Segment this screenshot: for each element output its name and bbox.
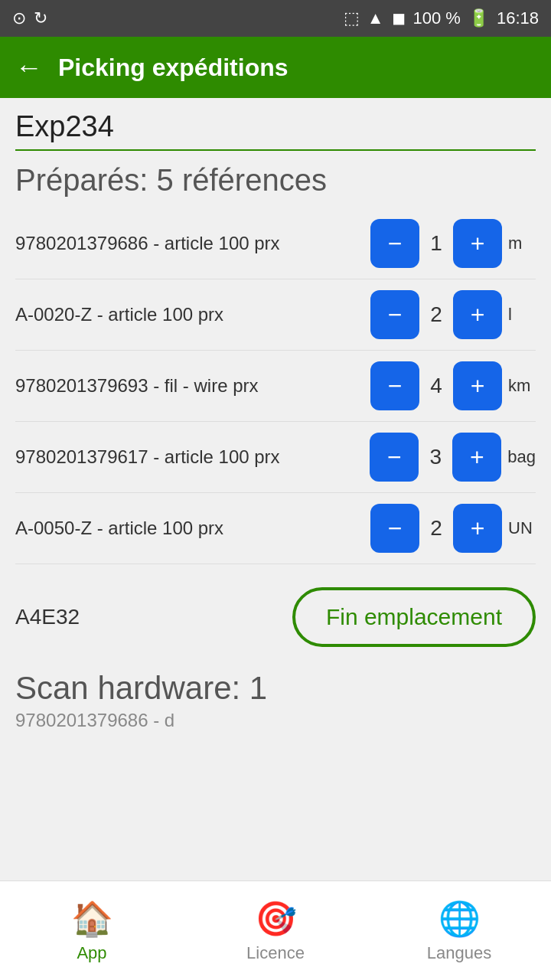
page-title: Picking expéditions bbox=[58, 54, 289, 82]
qty-control-0: − 1 + m bbox=[370, 219, 536, 268]
status-left-icons: ⊙ ↻ bbox=[12, 8, 47, 28]
item-name-4: A-0050-Z - article 100 prx bbox=[15, 518, 363, 539]
home-icon: 🏠 bbox=[71, 899, 113, 939]
battery-icon: 🔋 bbox=[468, 8, 489, 28]
table-row: 9780201379686 - article 100 prx − 1 + m bbox=[15, 208, 536, 279]
plus-icon-4: + bbox=[471, 514, 485, 543]
minus-icon-0: − bbox=[388, 230, 403, 258]
status-icon-refresh: ↻ bbox=[34, 8, 47, 28]
scan-title: Scan hardware: 1 bbox=[15, 670, 536, 707]
plus-icon-0: + bbox=[471, 230, 485, 258]
fin-emplacement-button[interactable]: Fin emplacement bbox=[292, 587, 536, 647]
unit-label-1: l bbox=[508, 305, 536, 325]
status-bar: ⊙ ↻ ⬚ ▲ ◼ 100 % 🔋 16:18 bbox=[0, 0, 551, 37]
unit-label-2: km bbox=[508, 376, 536, 396]
unit-label-4: UN bbox=[508, 518, 536, 538]
nav-item-licence[interactable]: 🎯 Licence bbox=[184, 899, 367, 963]
decrement-button-3[interactable]: − bbox=[370, 433, 419, 482]
location-code: A4E32 bbox=[15, 605, 80, 629]
action-area: A4E32 Fin emplacement bbox=[15, 564, 536, 655]
section-title: Préparés: 5 références bbox=[15, 163, 536, 198]
qty-control-3: − 3 + bag bbox=[370, 433, 536, 482]
table-row: A-0050-Z - article 100 prx − 2 + UN bbox=[15, 493, 536, 564]
increment-button-3[interactable]: + bbox=[452, 433, 501, 482]
increment-button-2[interactable]: + bbox=[453, 361, 502, 410]
table-row: 9780201379617 - article 100 prx − 3 + ba… bbox=[15, 422, 536, 493]
decrement-button-2[interactable]: − bbox=[370, 361, 419, 410]
wifi-icon: ▲ bbox=[367, 8, 384, 28]
nav-label-licence: Licence bbox=[246, 943, 305, 963]
battery-text: 100 % bbox=[413, 8, 461, 28]
expedition-id: Exp234 bbox=[15, 110, 536, 151]
scan-detail: 9780201379686 - d bbox=[15, 710, 536, 731]
unit-label-3: bag bbox=[507, 447, 536, 467]
top-bar: ← Picking expéditions bbox=[0, 37, 551, 98]
item-name-1: A-0020-Z - article 100 prx bbox=[15, 304, 363, 325]
items-list: 9780201379686 - article 100 prx − 1 + m … bbox=[15, 208, 536, 564]
increment-button-4[interactable]: + bbox=[453, 504, 502, 553]
qty-value-2: 4 bbox=[425, 374, 447, 398]
sim-icon: ◼ bbox=[392, 8, 406, 28]
time-text: 16:18 bbox=[497, 8, 539, 28]
minus-icon-1: − bbox=[388, 301, 403, 329]
plus-icon-3: + bbox=[470, 443, 484, 472]
language-icon: 🌐 bbox=[439, 899, 481, 939]
bottom-nav: 🏠 App 🎯 Licence 🌐 Langues bbox=[0, 880, 551, 980]
qty-control-1: − 2 + l bbox=[370, 290, 536, 339]
qty-control-2: − 4 + km bbox=[370, 361, 536, 410]
decrement-button-4[interactable]: − bbox=[370, 504, 419, 553]
plus-icon-2: + bbox=[471, 372, 485, 400]
unit-label-0: m bbox=[508, 234, 536, 253]
decrement-button-1[interactable]: − bbox=[370, 290, 419, 339]
nav-label-langues: Langues bbox=[427, 943, 491, 963]
qty-value-1: 2 bbox=[425, 302, 447, 327]
main-content: Exp234 Préparés: 5 références 9780201379… bbox=[0, 98, 551, 880]
table-row: 9780201379693 - fil - wire prx − 4 + km bbox=[15, 351, 536, 422]
decrement-button-0[interactable]: − bbox=[370, 219, 419, 268]
cast-icon: ⬚ bbox=[344, 8, 360, 28]
plus-icon-1: + bbox=[471, 301, 485, 329]
increment-button-0[interactable]: + bbox=[453, 219, 502, 268]
status-icon-circle: ⊙ bbox=[12, 8, 26, 28]
back-button[interactable]: ← bbox=[15, 51, 43, 83]
licence-icon: 🎯 bbox=[255, 899, 297, 939]
qty-control-4: − 2 + UN bbox=[370, 504, 536, 553]
qty-value-3: 3 bbox=[425, 445, 446, 469]
nav-item-langues[interactable]: 🌐 Langues bbox=[367, 899, 551, 963]
minus-icon-3: − bbox=[387, 443, 402, 472]
table-row: A-0020-Z - article 100 prx − 2 + l bbox=[15, 279, 536, 351]
item-name-2: 9780201379693 - fil - wire prx bbox=[15, 375, 363, 397]
qty-value-0: 1 bbox=[425, 231, 447, 256]
nav-item-app[interactable]: 🏠 App bbox=[0, 899, 184, 963]
nav-label-app: App bbox=[77, 943, 106, 963]
qty-value-4: 2 bbox=[425, 516, 447, 541]
minus-icon-2: − bbox=[388, 372, 403, 400]
scan-section: Scan hardware: 1 9780201379686 - d bbox=[15, 655, 536, 739]
item-name-0: 9780201379686 - article 100 prx bbox=[15, 233, 363, 254]
minus-icon-4: − bbox=[388, 514, 403, 543]
item-name-3: 9780201379617 - article 100 prx bbox=[15, 446, 362, 468]
increment-button-1[interactable]: + bbox=[453, 290, 502, 339]
